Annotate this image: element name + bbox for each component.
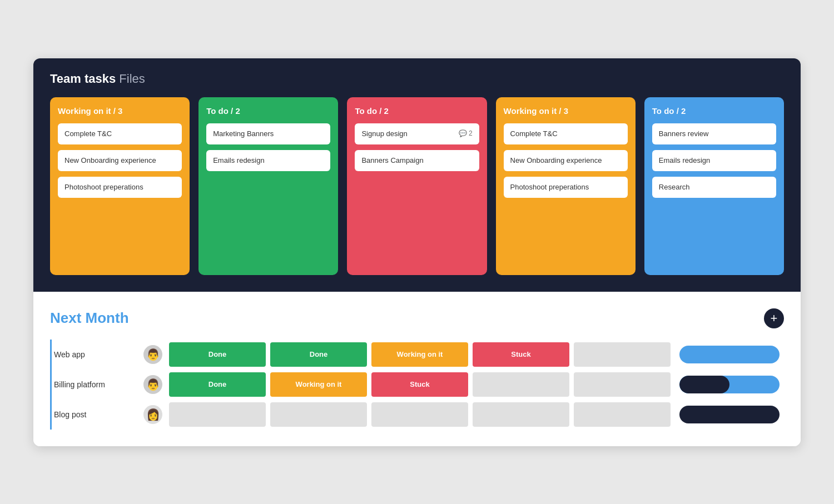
- segment-cell: Working on it: [369, 340, 470, 370]
- avatar: 👩: [143, 405, 162, 424]
- kanban-column-col2: To do / 2Marketing BannersEmails redesig…: [198, 97, 338, 275]
- kanban-card[interactable]: Emails redesign: [652, 150, 776, 171]
- row-avatar-cell: 👨: [139, 370, 167, 400]
- column-header: To do / 2: [355, 106, 479, 116]
- kanban-card[interactable]: Research: [652, 177, 776, 198]
- card-text: Photoshoot preperations: [510, 182, 589, 192]
- section-header: Next Month +: [50, 308, 784, 328]
- row-name: Blog post: [50, 400, 139, 430]
- card-text: Signup design: [361, 129, 407, 139]
- main-container: Team tasks Files Working on it / 3Comple…: [33, 58, 801, 446]
- card-text: Emails redesign: [213, 156, 265, 166]
- card-badge: 💬 2: [459, 129, 473, 138]
- row-avatar-cell: 👨: [139, 340, 167, 370]
- table-row: Web app👨DoneDoneWorking on itStuck: [50, 340, 784, 370]
- progress-bar-container: [679, 376, 780, 393]
- row-name: Billing platform: [50, 370, 139, 400]
- column-header: Working on it / 3: [504, 106, 628, 116]
- segment-cell: Done: [167, 370, 268, 400]
- segment-empty: [574, 372, 671, 397]
- segment-cell: [470, 370, 572, 400]
- segment-empty: [473, 402, 569, 427]
- segment-done: Done: [270, 342, 367, 367]
- segment-cell: Stuck: [470, 340, 572, 370]
- segment-done: Done: [169, 372, 266, 397]
- segment-working-on-it: Working on it: [371, 342, 468, 367]
- card-text: Marketing Banners: [213, 129, 274, 139]
- bottom-section: Next Month + Web app👨DoneDoneWorking on …: [33, 292, 801, 446]
- card-text: Complete T&C: [510, 129, 558, 139]
- kanban-card[interactable]: Banners Campaign: [355, 150, 479, 171]
- segment-empty: [473, 372, 569, 397]
- row-name: Web app: [50, 340, 139, 370]
- title-light: Files: [116, 72, 145, 86]
- segment-cell: Stuck: [369, 370, 470, 400]
- segment-working-on-it: Working on it: [270, 372, 367, 397]
- segment-cell: [167, 400, 268, 430]
- segment-empty: [169, 402, 266, 427]
- kanban-card[interactable]: Photoshoot preperations: [504, 177, 628, 198]
- avatar: 👨: [143, 345, 162, 364]
- progress-cell: [673, 340, 784, 370]
- section-title: Next Month: [50, 310, 129, 327]
- column-header: To do / 2: [206, 106, 330, 116]
- segment-empty: [270, 402, 367, 427]
- segment-empty: [371, 402, 468, 427]
- kanban-card[interactable]: Banners review: [652, 123, 776, 144]
- kanban-board: Working on it / 3Complete T&CNew Onboard…: [50, 97, 784, 275]
- segment-cell: [369, 400, 470, 430]
- card-text: New Onboarding experience: [510, 156, 602, 166]
- segment-cell: Done: [268, 340, 369, 370]
- kanban-card[interactable]: Marketing Banners: [206, 123, 330, 144]
- kanban-column-col3: To do / 2Signup design💬 2Banners Campaig…: [347, 97, 487, 275]
- avatar: 👨: [143, 375, 162, 394]
- card-text: Banners Campaign: [361, 156, 423, 166]
- progress-cell: [673, 400, 784, 430]
- add-button[interactable]: +: [764, 308, 784, 328]
- card-text: Photoshoot preperations: [64, 182, 143, 192]
- row-avatar-cell: 👩: [139, 400, 167, 430]
- segment-cell: [268, 400, 369, 430]
- timeline-table: Web app👨DoneDoneWorking on itStuckBillin…: [50, 340, 784, 430]
- segment-stuck: Stuck: [371, 372, 468, 397]
- segment-stuck: Stuck: [473, 342, 569, 367]
- top-section: Team tasks Files Working on it / 3Comple…: [33, 58, 801, 292]
- kanban-card[interactable]: Signup design💬 2: [355, 123, 479, 144]
- card-text: Complete T&C: [64, 129, 112, 139]
- kanban-card[interactable]: New Onboarding experience: [504, 150, 628, 171]
- segment-cell: [572, 340, 673, 370]
- segment-cell: [470, 400, 572, 430]
- kanban-column-col1: Working on it / 3Complete T&CNew Onboard…: [50, 97, 190, 275]
- table-row: Billing platform👨DoneWorking on itStuck: [50, 370, 784, 400]
- card-text: New Onboarding experience: [64, 156, 156, 166]
- kanban-card[interactable]: Emails redesign: [206, 150, 330, 171]
- segment-cell: Done: [167, 340, 268, 370]
- kanban-column-col5: To do / 2Banners reviewEmails redesignRe…: [644, 97, 784, 275]
- table-row: Blog post👩: [50, 400, 784, 430]
- progress-fill: [679, 376, 729, 393]
- card-text: Banners review: [659, 129, 709, 139]
- progress-cell: [673, 370, 784, 400]
- segment-done: Done: [169, 342, 266, 367]
- progress-bar-full: [679, 346, 780, 363]
- card-text: Research: [659, 182, 690, 192]
- segment-empty: [574, 402, 671, 427]
- kanban-card[interactable]: Photoshoot preperations: [58, 177, 182, 198]
- segment-empty: [574, 342, 671, 367]
- page-title: Team tasks Files: [50, 72, 784, 86]
- title-bold: Team tasks: [50, 72, 116, 86]
- kanban-card[interactable]: New Onboarding experience: [58, 150, 182, 171]
- column-header: Working on it / 3: [58, 106, 182, 116]
- kanban-card[interactable]: Complete T&C: [58, 123, 182, 144]
- segment-cell: [572, 370, 673, 400]
- kanban-column-col4: Working on it / 3Complete T&CNew Onboard…: [496, 97, 636, 275]
- card-text: Emails redesign: [659, 156, 711, 166]
- segment-cell: [572, 400, 673, 430]
- kanban-card[interactable]: Complete T&C: [504, 123, 628, 144]
- segment-cell: Working on it: [268, 370, 369, 400]
- progress-bar-dark: [679, 406, 780, 423]
- column-header: To do / 2: [652, 106, 776, 116]
